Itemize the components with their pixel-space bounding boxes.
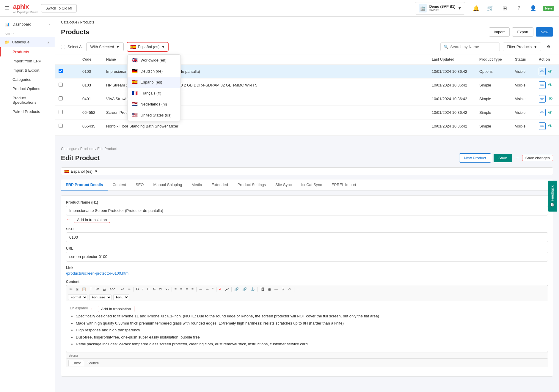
select-all-checkbox[interactable] (61, 45, 65, 49)
row-checkbox[interactable] (59, 110, 63, 114)
edit-icon[interactable]: ✏ (539, 68, 546, 75)
view-icon[interactable]: 👁 (548, 110, 553, 115)
rte-italic[interactable]: I (141, 286, 145, 292)
tab-manual-shipping[interactable]: Manual Shipping (148, 180, 187, 191)
lang-option-deutsch[interactable]: 🇩🇪 Deutsch (de) (128, 66, 180, 77)
rte-tab-source[interactable]: Source (84, 360, 102, 366)
rte-body[interactable]: En español ← Add in translation Specific… (66, 301, 548, 352)
view-icon[interactable]: 👁 (548, 83, 553, 88)
rte-unlink[interactable]: 🔗 (241, 286, 248, 292)
rte-smiley[interactable]: ☺ (286, 286, 293, 292)
edit-icon[interactable]: ✏ (539, 95, 546, 103)
sidebar-item-products[interactable]: Products (0, 47, 55, 56)
filter-products-button[interactable]: Filter Products ▼ (503, 42, 541, 51)
sidebar-item-product-specifications[interactable]: Product Specifications (0, 93, 55, 107)
tab-product-settings[interactable]: Product Settings (233, 180, 271, 191)
rte-specialchar[interactable]: Ω (280, 286, 286, 292)
th-last-updated[interactable]: Last Updated (428, 54, 476, 65)
rte-color[interactable]: A (218, 286, 223, 292)
view-icon[interactable]: 👁 (548, 96, 553, 102)
rte-blockquote[interactable]: " (211, 286, 215, 292)
menu-icon[interactable]: ☰ (5, 5, 10, 12)
rte-indent-left[interactable]: ⇐ (198, 286, 204, 292)
sku-input[interactable] (66, 232, 548, 242)
sidebar-item-dashboard[interactable]: 📊 Dashboard › (0, 19, 55, 29)
rte-superscript[interactable]: x² (158, 286, 164, 292)
sidebar-item-categories[interactable]: Categories (0, 75, 55, 84)
lang-option-espanol[interactable]: 🇪🇸 Español (es) (128, 77, 180, 88)
sidebar-item-import-export[interactable]: Import & Export (0, 66, 55, 75)
rte-hrule[interactable]: — (273, 286, 280, 292)
rte-subscript[interactable]: x₂ (164, 286, 170, 292)
rte-format-select[interactable]: Format (68, 294, 87, 300)
user-icon[interactable]: 👤 (528, 4, 538, 13)
rte-underline[interactable]: U (145, 286, 151, 292)
switch-to-old-button[interactable]: Switch To Old MI (41, 4, 77, 12)
search-box[interactable]: 🔍 (440, 42, 500, 51)
apps-icon[interactable]: ⊞ (500, 4, 509, 13)
import-button[interactable]: Import (489, 27, 510, 37)
rte-print[interactable]: 🖨 (101, 286, 108, 292)
edit-icon[interactable]: ✏ (539, 122, 546, 130)
help-icon[interactable]: ? (514, 4, 524, 13)
save-button[interactable]: Save (494, 154, 512, 162)
url-input[interactable] (66, 252, 548, 262)
sidebar-item-paired-products[interactable]: Paired Products (0, 107, 55, 116)
lang-option-nederlands[interactable]: 🇳🇱 Nederlands (nl) (128, 99, 180, 110)
rte-anchor[interactable]: ⚓ (249, 286, 256, 292)
row-checkbox[interactable] (59, 124, 63, 128)
new-product-button-top[interactable]: New (536, 27, 553, 37)
lang-option-us[interactable]: 🇺🇸 United States (us) (128, 110, 180, 121)
tab-seo[interactable]: SEO (131, 180, 148, 191)
th-code[interactable]: Code ↑ (79, 54, 103, 65)
th-product-type[interactable]: Product Type (476, 54, 511, 65)
rte-pastetext[interactable]: T (88, 286, 93, 292)
sidebar-item-product-options[interactable]: Product Options (0, 84, 55, 93)
sidebar-item-import-erp[interactable]: Import from ERP (0, 56, 55, 66)
demo-selector[interactable]: 🏢 Demo (SAP B1) 3APBO ▼ (415, 2, 466, 15)
rte-align-right[interactable]: ≡ (184, 286, 189, 292)
rte-bgcolor[interactable]: 🖌 (224, 286, 230, 292)
rte-align-center[interactable]: ≡ (179, 286, 184, 292)
rte-tab-editor[interactable]: Editor (68, 360, 84, 366)
row-checkbox[interactable] (59, 96, 63, 100)
tab-site-sync[interactable]: Site Sync (271, 180, 296, 191)
rte-link[interactable]: 🔗 (233, 286, 240, 292)
tab-extended[interactable]: Extended (207, 180, 233, 191)
export-button[interactable]: Export (512, 27, 533, 37)
new-product-button[interactable]: New Product (459, 153, 491, 163)
language-dropdown[interactable]: 🇪🇸 Español (es) ▼ 🇬🇧 Worldwide (en) 🇩🇪 D… (127, 42, 169, 52)
edit-icon[interactable]: ✏ (539, 81, 546, 89)
with-selected-button[interactable]: With Selected ▼ (86, 42, 123, 51)
tab-content[interactable]: Content (108, 180, 131, 191)
rte-image[interactable]: 🖼 (259, 286, 266, 292)
edit-icon[interactable]: ✏ (539, 109, 546, 116)
rte-paste[interactable]: 📋 (80, 286, 88, 292)
rte-fontsize-select[interactable]: Font size (89, 294, 112, 300)
feedback-button[interactable]: 💬 Feedback (548, 181, 557, 212)
rte-font-select[interactable]: Font (113, 294, 129, 300)
rte-cut[interactable]: ✂ (68, 286, 74, 292)
view-icon[interactable]: 👁 (548, 69, 553, 74)
view-icon[interactable]: 👁 (548, 124, 553, 129)
tab-erp-product-details[interactable]: ERP Product Details (61, 180, 108, 191)
rte-bold[interactable]: B (135, 286, 140, 292)
rte-copy[interactable]: ⎘ (75, 286, 80, 292)
rte-indent-right[interactable]: ⇒ (204, 286, 210, 292)
edit-language-selector[interactable]: 🇪🇸 Español (es) ▼ (61, 167, 553, 175)
tab-icecat-sync[interactable]: IceCat Sync (296, 180, 327, 191)
rte-table[interactable]: ▦ (266, 286, 272, 292)
search-input[interactable] (450, 45, 497, 49)
rte-more[interactable]: … (296, 286, 302, 292)
cart-icon[interactable]: 🛒 (486, 4, 495, 13)
tab-media[interactable]: Media (187, 180, 207, 191)
rte-strike[interactable]: S (152, 286, 157, 292)
rte-redo[interactable]: ↪ (126, 286, 132, 292)
lang-option-worldwide[interactable]: 🇬🇧 Worldwide (en) (128, 55, 180, 66)
rte-align-left[interactable]: ≡ (173, 286, 178, 292)
link-value[interactable]: /products/screen-protector-0100.html (66, 271, 129, 275)
settings-icon[interactable]: ⚙ (544, 42, 553, 51)
row-checkbox[interactable] (59, 69, 63, 73)
rte-undo[interactable]: ↩ (120, 286, 125, 292)
rte-align-justify[interactable]: ≡ (190, 286, 195, 292)
